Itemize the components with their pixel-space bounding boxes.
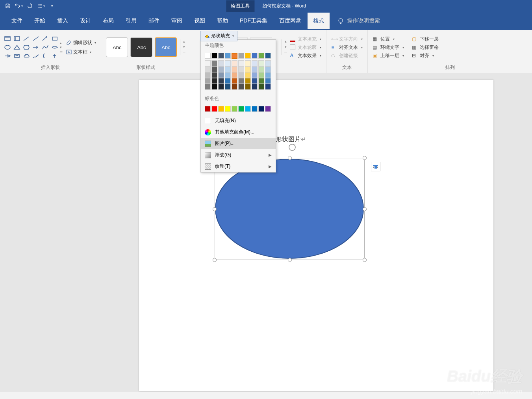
resize-handle-tr[interactable]	[363, 156, 367, 160]
color-swatch[interactable]	[218, 53, 224, 59]
tab-review[interactable]: 审阅	[166, 13, 188, 29]
resize-handle-tm[interactable]	[288, 156, 292, 160]
texture-fill-item[interactable]: 纹理(T)▶	[201, 161, 276, 172]
color-swatch[interactable]	[238, 66, 244, 72]
gallery-up[interactable]: ▴	[60, 41, 62, 45]
color-swatch[interactable]	[232, 53, 237, 59]
more-colors-item[interactable]: 其他填充颜色(M)...	[201, 126, 276, 138]
undo-button[interactable]: ▾	[15, 2, 23, 10]
resize-handle-rm[interactable]	[363, 207, 367, 211]
color-swatch[interactable]	[232, 60, 237, 66]
style-gallery-up[interactable]: ▴	[181, 39, 187, 44]
selection-pane-button[interactable]: ▥选择窗格	[412, 44, 439, 51]
color-swatch[interactable]	[232, 72, 237, 78]
align-text-button[interactable]: ≡对齐文本▾	[331, 44, 363, 51]
color-swatch[interactable]	[205, 60, 211, 66]
color-swatch[interactable]	[211, 72, 217, 78]
color-swatch[interactable]	[238, 106, 244, 112]
color-swatch[interactable]	[252, 53, 258, 59]
tab-mailings[interactable]: 邮件	[143, 13, 165, 29]
color-swatch[interactable]	[258, 60, 264, 66]
color-swatch[interactable]	[252, 66, 258, 72]
tab-insert[interactable]: 插入	[52, 13, 74, 29]
wrap-text-button[interactable]: ▤环绕文字▾	[373, 44, 404, 51]
color-swatch[interactable]	[258, 84, 264, 90]
color-swatch[interactable]	[211, 53, 217, 59]
color-swatch[interactable]	[218, 106, 224, 112]
no-fill-item[interactable]: 无填充(N)	[201, 115, 276, 126]
tab-file[interactable]: 文件	[6, 13, 28, 29]
text-direction-button[interactable]: ⟷文字方向▾	[331, 36, 363, 43]
gallery-more[interactable]: ═	[60, 50, 62, 54]
color-swatch[interactable]	[225, 72, 231, 78]
color-swatch[interactable]	[211, 66, 217, 72]
style-gallery-more[interactable]: ═	[181, 50, 187, 55]
color-swatch[interactable]	[238, 53, 244, 59]
color-swatch[interactable]	[218, 78, 224, 84]
text-box-button[interactable]: A 文本框▾	[65, 48, 98, 56]
qat-customize[interactable]: ▾	[48, 2, 56, 10]
position-button[interactable]: ▦位置▾	[373, 36, 404, 43]
color-swatch[interactable]	[232, 66, 237, 72]
color-swatch[interactable]	[225, 53, 231, 59]
rotate-handle-icon[interactable]	[288, 143, 297, 152]
color-swatch[interactable]	[225, 66, 231, 72]
color-swatch[interactable]	[258, 53, 264, 59]
color-swatch[interactable]	[252, 78, 258, 84]
color-swatch[interactable]	[245, 66, 251, 72]
edit-shape-button[interactable]: 编辑形状▾	[65, 39, 98, 47]
ellipse-shape[interactable]	[215, 158, 365, 260]
color-swatch[interactable]	[245, 53, 251, 59]
color-swatch[interactable]	[218, 84, 224, 90]
color-swatch[interactable]	[232, 84, 237, 90]
style-thumb-3[interactable]: Abc	[155, 37, 177, 57]
bring-forward-button[interactable]: ▣上移一层▾	[373, 52, 404, 59]
color-swatch[interactable]	[211, 60, 217, 66]
color-swatch[interactable]	[245, 106, 251, 112]
shape-style-gallery[interactable]: Abc Abc Abc	[104, 36, 178, 59]
color-swatch[interactable]	[218, 60, 224, 66]
color-swatch[interactable]	[211, 106, 217, 112]
color-swatch[interactable]	[232, 78, 237, 84]
color-swatch[interactable]	[232, 106, 237, 112]
tab-view[interactable]: 视图	[189, 13, 211, 29]
tab-references[interactable]: 引用	[120, 13, 142, 29]
color-swatch[interactable]	[252, 72, 258, 78]
color-swatch[interactable]	[265, 60, 271, 66]
color-swatch[interactable]	[252, 106, 258, 112]
color-swatch[interactable]	[265, 72, 271, 78]
color-swatch[interactable]	[258, 72, 264, 78]
document-page[interactable]: ⚓ 形状图片↵	[139, 80, 493, 391]
gallery-down[interactable]: ▾	[60, 45, 62, 49]
color-swatch[interactable]	[245, 78, 251, 84]
style-gallery-down[interactable]: ▾	[181, 45, 187, 50]
shape-gallery[interactable]	[3, 35, 59, 60]
resize-handle-bl[interactable]	[213, 258, 217, 262]
style-thumb-1[interactable]: Abc	[106, 37, 128, 57]
style-thumb-2[interactable]: Abc	[130, 37, 152, 57]
tab-pdftools[interactable]: PDF工具集	[234, 13, 273, 29]
color-swatch[interactable]	[225, 106, 231, 112]
list-button[interactable]: ▾	[37, 2, 45, 10]
color-swatch[interactable]	[205, 53, 211, 59]
tab-help[interactable]: 帮助	[211, 13, 234, 29]
gradient-fill-item[interactable]: 渐变(G)▶	[201, 149, 276, 161]
text-effects-button[interactable]: A文本效果▾	[290, 52, 321, 59]
tab-format[interactable]: 格式	[308, 13, 330, 29]
text-fill-button[interactable]: 文本填充▾	[290, 36, 321, 43]
color-swatch[interactable]	[205, 84, 211, 90]
wa-gallery-more[interactable]: ═	[283, 50, 288, 55]
redo-button[interactable]	[26, 2, 34, 10]
color-swatch[interactable]	[252, 60, 258, 66]
color-swatch[interactable]	[265, 66, 271, 72]
color-swatch[interactable]	[225, 60, 231, 66]
color-swatch[interactable]	[238, 78, 244, 84]
color-swatch[interactable]	[225, 84, 231, 90]
color-swatch[interactable]	[211, 78, 217, 84]
shape-fill-button[interactable]: 形状填充▾	[200, 31, 237, 41]
color-swatch[interactable]	[205, 66, 211, 72]
tab-baidu[interactable]: 百度网盘	[274, 13, 307, 29]
resize-handle-lm[interactable]	[213, 207, 217, 211]
align-button[interactable]: ⊟对齐▾	[412, 52, 439, 59]
color-swatch[interactable]	[205, 78, 211, 84]
